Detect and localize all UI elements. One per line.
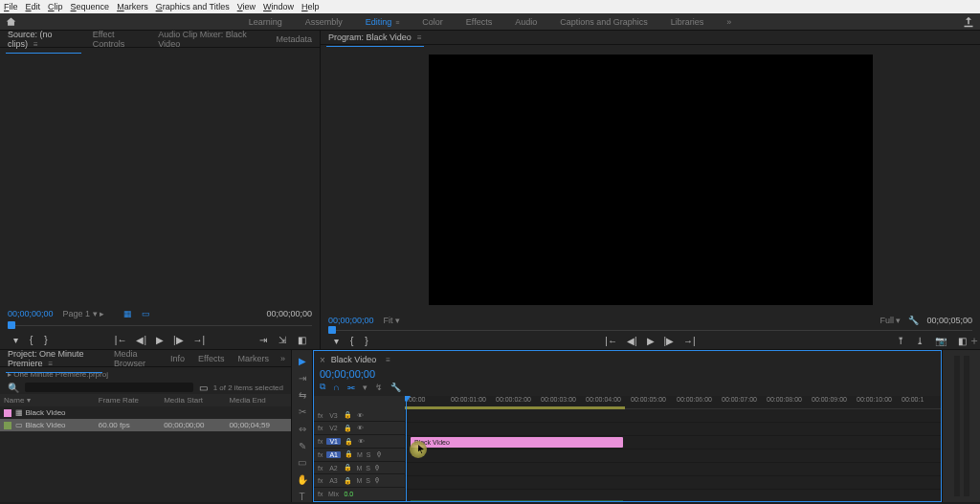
selection-tool-icon[interactable]: ▶	[296, 356, 309, 367]
playhead[interactable]	[406, 396, 407, 501]
tab-info[interactable]: Info	[168, 352, 187, 365]
workspace-assembly[interactable]: Assembly	[305, 14, 343, 30]
settings-icon[interactable]: ↯	[375, 382, 383, 392]
razor-tool-icon[interactable]: ✂	[296, 406, 309, 418]
play-icon[interactable]: ▶	[647, 336, 655, 346]
extract-icon[interactable]: ⤓	[916, 336, 924, 346]
time-ruler[interactable]: :00:00 00:00:01:00 00:00:02:00 00:00:03:…	[405, 396, 941, 409]
export-frame-icon[interactable]: ◧	[298, 335, 306, 345]
track-select-tool-icon[interactable]: ⇥	[296, 373, 309, 384]
track-v2[interactable]: fxV2🔒👁	[314, 422, 405, 435]
in-bracket-icon[interactable]: {	[30, 335, 33, 345]
pen-tool-icon[interactable]: ✎	[296, 440, 309, 451]
home-icon[interactable]	[0, 16, 21, 27]
export-frame-icon[interactable]: 📷	[935, 336, 947, 346]
menu-view[interactable]: View	[237, 2, 256, 11]
rectangle-tool-icon[interactable]: ▭	[296, 457, 309, 469]
out-bracket-icon[interactable]: }	[365, 336, 368, 346]
sequence-tab[interactable]: Black Video	[331, 355, 376, 364]
source-timecode-left[interactable]: 00;00;00;00	[8, 309, 54, 318]
overwrite-icon[interactable]: ⇲	[278, 335, 286, 345]
workspace-color[interactable]: Color	[422, 14, 443, 30]
tab-program[interactable]: Program: Black Video≡	[326, 31, 424, 44]
menu-window[interactable]: Window	[263, 2, 294, 11]
list-item[interactable]: ▭ Black Video 60.00 fps00;00;00;0000;00;…	[0, 419, 291, 431]
marker-icon[interactable]: ▾	[334, 336, 339, 346]
search-input[interactable]	[25, 383, 193, 392]
wrench-icon[interactable]: 🔧	[908, 316, 919, 325]
overflow-icon[interactable]: »	[280, 354, 285, 363]
tab-project[interactable]: Project: One Minute Premiere≡	[6, 347, 102, 370]
panel-menu-icon[interactable]: ≡	[386, 356, 390, 364]
step-back-icon[interactable]: ◀|	[136, 335, 146, 345]
tab-effect-controls[interactable]: Effect Controls	[91, 28, 147, 51]
wrench-icon[interactable]: 🔧	[390, 382, 401, 392]
insert-icon[interactable]: ⇥	[259, 335, 267, 345]
safe-margins-icon[interactable]: ▭	[142, 309, 150, 318]
tab-effects[interactable]: Effects	[196, 352, 226, 365]
menu-file[interactable]: File	[4, 2, 18, 11]
source-page[interactable]: Page 1 ▾ ▸	[63, 309, 105, 318]
track-a1[interactable]: fxA1🔒MS🎙	[314, 449, 405, 462]
slip-tool-icon[interactable]: ⇔	[296, 424, 309, 435]
button-editor-icon[interactable]: ＋	[969, 333, 980, 349]
ripple-tool-icon[interactable]: ⇆	[296, 389, 309, 401]
out-bracket-icon[interactable]: }	[44, 335, 47, 345]
track-a3[interactable]: fxA3🔒MS🎙	[314, 474, 405, 488]
menu-markers[interactable]: Markers	[117, 2, 148, 11]
tab-markers[interactable]: Markers	[235, 352, 271, 365]
snap-icon[interactable]: ∩	[333, 382, 339, 392]
track-v3[interactable]: fxV3🔒👁	[314, 409, 405, 423]
track-v1[interactable]: fxV1🔒👁	[314, 435, 405, 449]
source-scrub-bar[interactable]	[8, 320, 312, 330]
workspace-overflow[interactable]: »	[726, 14, 731, 30]
menu-clip[interactable]: Clip	[48, 2, 63, 11]
list-item[interactable]: ▦ Black Video	[0, 406, 291, 419]
tab-source[interactable]: Source: (no clips)≡	[6, 28, 81, 51]
tab-audio-clip-mixer[interactable]: Audio Clip Mixer: Black Video	[156, 28, 264, 51]
col-media-start[interactable]: Media Start	[160, 394, 225, 406]
workspace-captions[interactable]: Captions and Graphics	[560, 14, 648, 30]
track-mix[interactable]: fxMix0.0	[314, 488, 405, 501]
workspace-audio[interactable]: Audio	[515, 14, 537, 30]
step-fwd-icon[interactable]: |▶	[173, 335, 184, 345]
tab-metadata[interactable]: Metadata	[274, 33, 314, 46]
marker-icon[interactable]: ▾	[13, 335, 18, 345]
program-viewer[interactable]	[321, 45, 980, 315]
share-icon[interactable]	[963, 16, 974, 28]
linked-sel-icon[interactable]: ⫘	[346, 382, 355, 392]
ruler-icon[interactable]: ▦	[123, 309, 132, 318]
compare-icon[interactable]: ◧	[958, 336, 967, 346]
timeline-tracks[interactable]: :00:00 00:00:01:00 00:00:02:00 00:00:03:…	[405, 396, 941, 501]
program-scrub-bar[interactable]	[328, 325, 972, 333]
col-name[interactable]: Name ▾	[0, 394, 95, 406]
go-out-icon[interactable]: →|	[193, 335, 206, 345]
step-back-icon[interactable]: ◀|	[627, 336, 637, 346]
nest-icon[interactable]: ⧉	[320, 382, 325, 392]
go-in-icon[interactable]: |←	[115, 335, 127, 345]
step-fwd-icon[interactable]: |▶	[664, 336, 675, 346]
tab-media-browser[interactable]: Media Browser	[112, 347, 159, 370]
panel-menu-icon[interactable]: ≡	[417, 33, 422, 42]
menu-edit[interactable]: Edit	[26, 2, 41, 11]
zoom-select[interactable]: Fit ▾	[384, 316, 401, 325]
go-in-icon[interactable]: |←	[605, 336, 617, 346]
quality-select[interactable]: Full ▾	[880, 316, 901, 325]
in-bracket-icon[interactable]: {	[350, 336, 353, 346]
close-icon[interactable]: ≡	[33, 40, 38, 49]
hand-tool-icon[interactable]: ✋	[296, 474, 309, 486]
type-tool-icon[interactable]: T	[296, 491, 309, 502]
program-timecode-left[interactable]: 00;00;00;00	[328, 316, 374, 325]
play-icon[interactable]: ▶	[156, 335, 164, 345]
workspace-effects[interactable]: Effects	[466, 14, 492, 30]
track-a2[interactable]: fxA2🔒MS🎙	[314, 462, 405, 475]
go-out-icon[interactable]: →|	[683, 336, 696, 346]
lift-icon[interactable]: ⤒	[897, 336, 904, 346]
col-media-end[interactable]: Media End	[226, 394, 291, 406]
col-framerate[interactable]: Frame Rate	[95, 394, 160, 406]
new-bin-icon[interactable]: ▭	[199, 383, 208, 393]
workspace-libraries[interactable]: Libraries	[671, 14, 704, 30]
timeline-timecode[interactable]: 00;00;00;00	[314, 368, 941, 380]
menu-graphics[interactable]: Graphics and Titles	[156, 2, 230, 11]
clip-black-video[interactable]: Black Video	[411, 437, 623, 448]
